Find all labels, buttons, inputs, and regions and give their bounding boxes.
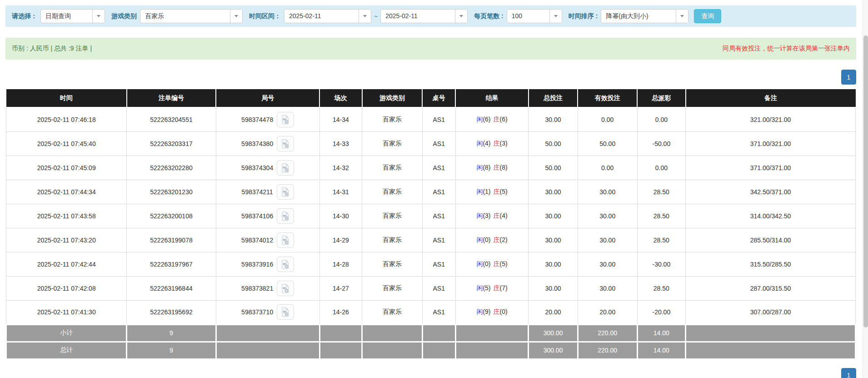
valid-bet-cell: 30.00 <box>578 276 637 300</box>
result-cell: 闲(8)庄(8) <box>455 156 529 180</box>
result-player-label: 闲 <box>476 260 483 267</box>
bet-id-cell: 522263197967 <box>127 252 216 276</box>
session-cell: 14-30 <box>319 204 362 228</box>
table-code-cell: AS1 <box>422 252 455 276</box>
page-size-select[interactable]: 100 <box>507 9 562 23</box>
table-header-row: 时间注单编号局号场次游戏类别桌号结果总投注有效投注总派彩备注 <box>6 89 856 107</box>
scrollbar-thumb[interactable] <box>863 35 868 328</box>
result-banker-label: 庄 <box>494 260 500 267</box>
round-number: 598374012 <box>241 237 273 244</box>
pagination-top: 1 <box>5 70 856 85</box>
column-header: 总派彩 <box>637 89 686 107</box>
video-replay-button[interactable] <box>277 232 294 248</box>
video-replay-button[interactable] <box>277 112 294 127</box>
totals-remark-cell <box>686 324 856 342</box>
round-number: 598374380 <box>241 140 273 147</box>
time-sort-select[interactable]: 降幂(由大到小) <box>601 9 688 23</box>
column-header: 局号 <box>216 89 319 107</box>
column-header: 备注 <box>686 89 856 107</box>
payout-cell: 28.50 <box>637 180 686 204</box>
result-player-score: (0) <box>483 260 490 267</box>
session-cell: 14-34 <box>319 107 362 131</box>
summary-text: 币别 : 人民币 | 总共 :9 注单 | <box>12 45 92 53</box>
video-replay-button[interactable] <box>277 257 294 272</box>
result-banker-score: (0) <box>500 308 508 315</box>
result-player-label: 闲 <box>476 116 483 123</box>
table-code-cell: AS1 <box>422 131 455 156</box>
table-code-cell: AS1 <box>422 228 455 252</box>
video-file-icon <box>280 259 290 269</box>
total-bet-cell[interactable]: 30.00 <box>529 107 578 131</box>
result-banker-score: (5) <box>500 260 508 267</box>
game-category-select[interactable]: 百家乐 <box>140 9 243 23</box>
game-category-label: 游戏类别 <box>111 12 137 20</box>
valid-bet-cell: 30.00 <box>578 228 637 252</box>
valid-bet-cell: 50.00 <box>578 131 637 156</box>
bet-id-cell: 522263199078 <box>127 228 216 252</box>
time-cell: 2025-02-11 07:45:40 <box>6 131 127 156</box>
video-replay-button[interactable] <box>277 208 294 224</box>
round-cell: 598374012 <box>216 228 319 252</box>
result-player-label: 闲 <box>476 236 483 243</box>
valid-bet-cell: 20.00 <box>578 300 637 324</box>
result-banker-score: (6) <box>500 116 508 123</box>
table-code-cell: AS1 <box>422 180 455 204</box>
video-replay-button[interactable] <box>277 304 294 320</box>
game-category-value: 百家乐 <box>140 10 230 23</box>
session-cell: 14-31 <box>319 180 362 204</box>
video-file-icon <box>280 187 290 197</box>
round-number: 598374106 <box>241 212 273 220</box>
date-from-select[interactable]: 2025-02-11 <box>284 9 371 23</box>
remark-cell: 371.00/371.00 <box>686 156 856 180</box>
video-file-icon <box>280 139 290 149</box>
time-cell: 2025-02-11 07:42:44 <box>6 252 127 276</box>
vertical-scrollbar[interactable] <box>863 0 868 378</box>
payout-cell: -50.00 <box>637 131 686 156</box>
total-bet-cell[interactable]: 30.00 <box>529 228 578 252</box>
total-bet-cell[interactable]: 30.00 <box>529 252 578 276</box>
date-to-select[interactable]: 2025-02-11 <box>380 9 468 23</box>
payout-cell: -30.00 <box>637 252 686 276</box>
time-cell: 2025-02-11 07:43:58 <box>6 204 127 228</box>
query-type-select[interactable]: 日期查询 <box>40 9 105 23</box>
table-row: 2025-02-11 07:43:58522263200108598374106… <box>6 204 856 228</box>
column-header: 注单编号 <box>127 89 216 107</box>
total-bet-cell[interactable]: 20.00 <box>529 300 578 324</box>
video-replay-button[interactable] <box>277 160 294 176</box>
result-cell: 闲(5)庄(7) <box>455 276 529 300</box>
total-bet-cell[interactable]: 50.00 <box>529 156 578 180</box>
query-type-label: 请选择： <box>12 12 37 20</box>
column-header: 结果 <box>455 89 529 107</box>
result-banker-score: (2) <box>500 236 508 243</box>
valid-bet-cell: 30.00 <box>578 180 637 204</box>
table-code-cell: AS1 <box>422 300 455 324</box>
video-replay-button[interactable] <box>277 136 294 151</box>
game-cell: 百家乐 <box>362 107 423 131</box>
page-1-button-bottom[interactable]: 1 <box>841 368 856 378</box>
result-banker-label: 庄 <box>494 140 500 147</box>
totals-count-cell: 9 <box>127 324 216 342</box>
time-cell: 2025-02-11 07:46:18 <box>6 107 127 131</box>
subtotal-row: 小计9300.00220.0014.00 <box>6 324 856 342</box>
video-file-icon <box>280 283 290 293</box>
video-replay-button[interactable] <box>277 281 294 296</box>
round-cell: 598374478 <box>216 107 319 131</box>
table-body: 2025-02-11 07:46:18522263204551598374478… <box>6 107 856 324</box>
table-totals: 小计9300.00220.0014.00总计9300.00220.0014.00 <box>6 324 856 359</box>
page-1-button[interactable]: 1 <box>841 70 856 85</box>
total-bet-cell[interactable]: 30.00 <box>529 204 578 228</box>
total-bet-cell[interactable]: 50.00 <box>529 131 578 156</box>
video-replay-button[interactable] <box>277 184 294 200</box>
totals-empty-cell <box>216 342 319 359</box>
chevron-down-icon <box>359 10 371 23</box>
total-bet-cell[interactable]: 30.00 <box>529 276 578 300</box>
total-bet-cell[interactable]: 30.00 <box>529 180 578 204</box>
report-page: 请选择： 日期查询 游戏类别 百家乐 时间区间： 2025-02-11 ~ 20… <box>5 0 856 378</box>
result-player-label: 闲 <box>476 212 483 219</box>
payout-cell: 28.50 <box>637 228 686 252</box>
search-button[interactable]: 查询 <box>694 9 721 23</box>
game-cell: 百家乐 <box>362 180 423 204</box>
totals-empty-cell <box>319 324 362 342</box>
totals-remark-cell <box>686 342 856 359</box>
result-banker-label: 庄 <box>494 212 500 219</box>
